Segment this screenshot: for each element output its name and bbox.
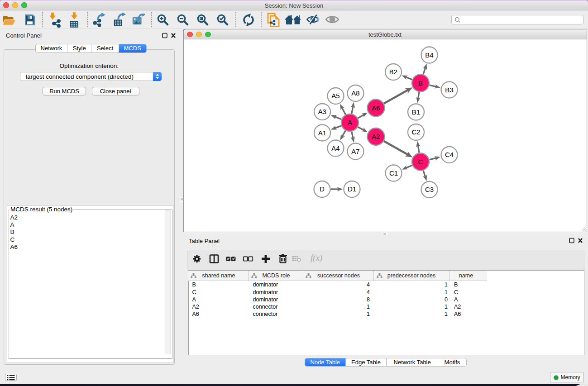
svg-text:A: A [347,119,352,126]
svg-text:B2: B2 [389,68,397,76]
svg-text:D1: D1 [347,185,356,193]
svg-text:C: C [418,158,423,166]
svg-text:C2: C2 [411,128,420,136]
svg-text:C1: C1 [389,169,397,177]
svg-text:B3: B3 [445,86,453,94]
svg-text:C4: C4 [445,151,453,158]
svg-text:A3: A3 [318,108,326,115]
svg-text:D: D [320,185,325,193]
svg-text:B1: B1 [411,108,420,116]
svg-text:C3: C3 [425,186,433,193]
svg-text:B: B [418,79,422,87]
svg-text:A7: A7 [351,148,359,155]
svg-text:B4: B4 [425,51,433,59]
svg-text:A5: A5 [331,92,339,100]
svg-text:A4: A4 [331,144,339,152]
svg-text:A6: A6 [372,104,380,112]
svg-text:A2: A2 [372,133,380,140]
svg-text:A1: A1 [318,129,326,137]
svg-text:A8: A8 [351,89,359,97]
